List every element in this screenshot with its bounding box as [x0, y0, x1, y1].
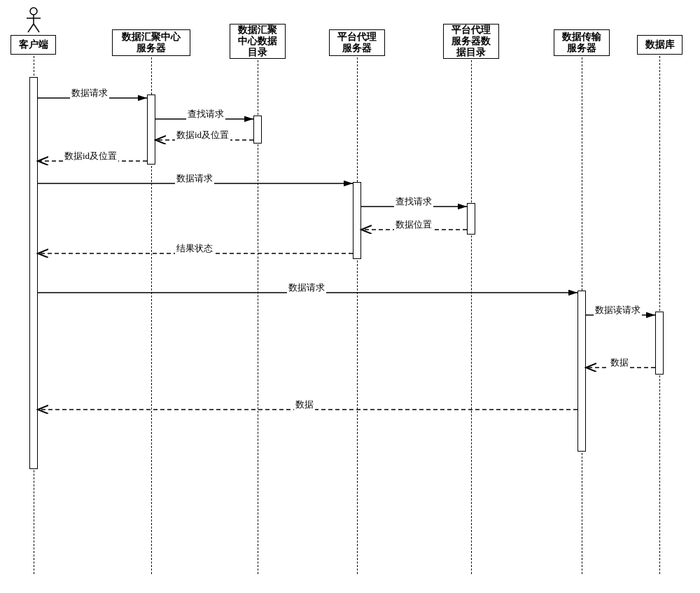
participant-transfer-server: 数据传输 服务器	[554, 29, 610, 56]
participant-label: 数据汇聚 中心数据 目录	[238, 25, 277, 58]
participant-label: 平台代理 服务器	[337, 32, 377, 54]
msg-label: 数据位置	[394, 218, 433, 231]
sequence-diagram: 客户端 数据汇聚中心 服务器 数据汇聚 中心数据 目录 平台代理 服务器 平台代…	[0, 0, 700, 593]
participant-client: 客户端	[10, 35, 56, 55]
msg-label: 数据请求	[70, 87, 109, 99]
msg-label: 数据id及位置	[63, 150, 118, 162]
msg-label: 数据请求	[175, 172, 214, 185]
participant-database: 数据库	[637, 35, 682, 55]
activation-database	[655, 312, 664, 375]
activation-platform-proxy	[353, 182, 361, 259]
lifeline-platform-proxy	[357, 57, 358, 574]
actor-icon	[20, 6, 48, 34]
activation-client	[29, 77, 38, 469]
msg-label: 查找请求	[186, 108, 225, 120]
participant-platform-proxy-dir: 平台代理 服务器数 据目录	[443, 24, 499, 59]
participant-label: 数据传输 服务器	[562, 32, 601, 54]
participant-label: 平台代理 服务器数 据目录	[451, 25, 491, 58]
msg-label: 结果状态	[175, 242, 214, 255]
msg-label: 数据	[294, 398, 315, 411]
activation-platform-proxy-dir	[467, 203, 475, 235]
svg-line-4	[34, 24, 39, 32]
msg-label: 查找请求	[394, 195, 433, 208]
participant-label: 数据汇聚中心 服务器	[122, 32, 181, 54]
participant-agg-dir: 数据汇聚 中心数据 目录	[230, 24, 286, 59]
participant-platform-proxy: 平台代理 服务器	[329, 29, 385, 56]
msg-label: 数据id及位置	[175, 129, 230, 141]
msg-label: 数据读请求	[594, 304, 642, 316]
svg-point-0	[30, 8, 37, 15]
activation-agg-dir	[253, 116, 262, 144]
participant-label: 客户端	[19, 39, 48, 50]
participant-agg-server: 数据汇聚中心 服务器	[112, 29, 190, 56]
activation-transfer-server	[578, 291, 586, 452]
svg-line-3	[28, 24, 34, 32]
participant-label: 数据库	[645, 39, 675, 50]
activation-agg-server	[147, 95, 155, 165]
msg-label: 数据请求	[287, 281, 326, 294]
lifeline-platform-proxy-dir	[471, 60, 472, 574]
msg-label: 数据	[609, 356, 630, 369]
